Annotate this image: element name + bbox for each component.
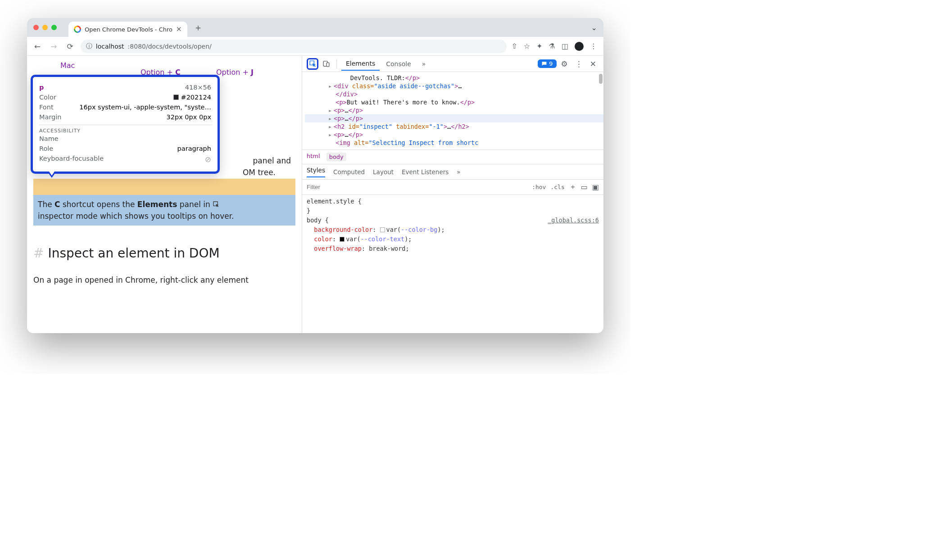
devtools-menu-icon[interactable]: ⋮	[572, 59, 585, 68]
tooltip-selector: p	[39, 84, 44, 91]
dom-line[interactable]: ▸<h2 id="inspect" tabindex="-1">…</h2>	[305, 122, 603, 131]
breadcrumb-body[interactable]: body	[326, 153, 346, 161]
site-info-icon[interactable]: ⓘ	[86, 42, 92, 50]
color-swatch-icon[interactable]	[340, 237, 345, 242]
svg-rect-1	[326, 63, 329, 67]
tooltip-dimensions: 418×56	[185, 84, 211, 91]
divider	[336, 59, 337, 69]
color-swatch-icon[interactable]	[380, 227, 385, 232]
message-icon	[541, 61, 547, 67]
tooltip-a11y-role-label: Role	[39, 145, 53, 152]
styles-filter-bar: :hov .cls ＋ ▭ ▣	[302, 180, 603, 195]
tooltip-divider	[39, 125, 211, 125]
sidepanel-icon[interactable]: ◫	[562, 42, 568, 50]
breadcrumb-html[interactable]: html	[307, 153, 320, 161]
settings-icon[interactable]: ⚙	[558, 59, 571, 68]
tooltip-color-value: #202124	[173, 94, 211, 101]
inspect-tooltip: p 418×56 Color #202124 Font 16px system-…	[31, 75, 220, 174]
issues-badge[interactable]: 9	[538, 59, 556, 68]
minimize-window-button[interactable]	[42, 25, 48, 30]
window-controls	[27, 25, 57, 30]
dom-line[interactable]: ▸<div class="aside aside--gotchas">…	[305, 82, 603, 90]
maximize-window-button[interactable]	[51, 25, 57, 30]
hov-toggle[interactable]: :hov	[532, 184, 546, 190]
devtools-tabs: Elements Console » 9 ⚙ ⋮ ✕	[302, 56, 603, 72]
tooltip-color-label: Color	[39, 94, 56, 101]
subtabs-more-icon[interactable]: »	[457, 168, 460, 176]
highlighted-paragraph[interactable]: The C shortcut opens the Elements panel …	[33, 195, 295, 226]
toolbar-right: ⇧ ☆ ✦ ⚗ ◫ ⋮	[511, 42, 599, 51]
css-line[interactable]: overflow-wrap: break-word;	[307, 244, 599, 253]
dom-line[interactable]: <p>But wait! There's more to know.</p>	[305, 98, 603, 106]
subtab-styles[interactable]: Styles	[307, 167, 325, 177]
url-host: localhost	[96, 43, 124, 50]
paint-icon[interactable]: ▭	[581, 183, 588, 191]
tooltip-margin-value: 32px 0px 0px	[167, 113, 211, 121]
tab-elements[interactable]: Elements	[341, 57, 380, 71]
scrollbar[interactable]	[599, 74, 603, 84]
profile-avatar[interactable]	[575, 42, 584, 51]
dom-line-selected[interactable]: ▸<p>…</p>	[305, 114, 603, 122]
dom-line[interactable]: DevTools. TLDR:</p>	[305, 74, 603, 82]
color-swatch-icon	[173, 95, 179, 100]
css-line[interactable]: body {_global.scss:6	[307, 216, 599, 225]
styles-filter-input[interactable]	[307, 184, 527, 190]
css-rules[interactable]: element.style { } body {_global.scss:6 b…	[302, 195, 603, 255]
extensions-icon[interactable]: ✦	[536, 42, 542, 50]
cls-toggle[interactable]: .cls	[550, 184, 564, 190]
source-link[interactable]: _global.scss:6	[548, 216, 599, 225]
reload-button[interactable]: ⟳	[64, 40, 76, 53]
tooltip-a11y-role-value: paragraph	[177, 145, 211, 152]
new-style-rule-icon[interactable]: ＋	[569, 182, 576, 192]
page-content: panel and OM tree. The C shortcut opens …	[33, 155, 295, 286]
address-bar[interactable]: ⓘ localhost:8080/docs/devtools/open/	[81, 40, 507, 53]
css-line[interactable]: color: var(--color-text);	[307, 235, 599, 244]
shortcut-j: Option + J	[216, 68, 254, 77]
browser-toolbar: ← → ⟳ ⓘ localhost:8080/docs/devtools/ope…	[27, 37, 603, 56]
close-tab-icon[interactable]: ✕	[176, 25, 182, 33]
computed-sidebar-icon[interactable]: ▣	[592, 183, 599, 191]
dom-breadcrumb[interactable]: html body	[302, 149, 603, 164]
titlebar: Open Chrome DevTools - Chro ✕ ＋ ⌄	[27, 18, 603, 37]
inspect-element-button[interactable]	[307, 58, 318, 70]
tooltip-arrow-icon	[47, 172, 56, 178]
tooltip-a11y-name-label: Name	[39, 135, 59, 142]
devtools-close-icon[interactable]: ✕	[587, 59, 599, 68]
dom-line[interactable]: <img alt="Selecting Inspect from shortc	[305, 139, 603, 147]
styles-subtabs: Styles Computed Layout Event Listeners »	[302, 164, 603, 180]
device-toolbar-button[interactable]	[320, 58, 332, 70]
url-path: :8080/docs/devtools/open/	[128, 43, 212, 50]
not-allowed-icon: ⊘	[205, 155, 211, 164]
css-line[interactable]: }	[307, 206, 599, 216]
tabs-more-icon[interactable]: »	[417, 58, 431, 70]
dom-tree[interactable]: DevTools. TLDR:</p> ▸<div class="aside a…	[302, 72, 603, 149]
chrome-menu-icon[interactable]: ⋮	[590, 42, 597, 50]
dom-line[interactable]: </div>	[305, 90, 603, 98]
share-icon[interactable]: ⇧	[511, 42, 517, 50]
css-line[interactable]: element.style {	[307, 197, 599, 206]
tab-console[interactable]: Console	[381, 58, 416, 70]
margin-highlight	[33, 179, 295, 195]
labs-icon[interactable]: ⚗	[549, 42, 555, 50]
new-tab-button[interactable]: ＋	[194, 22, 203, 34]
dom-line[interactable]: ▸<p>…</p>	[305, 106, 603, 114]
subtab-computed[interactable]: Computed	[333, 168, 365, 176]
devtools-panel: Elements Console » 9 ⚙ ⋮ ✕ DevTools. TLD…	[302, 56, 603, 333]
css-line[interactable]: background-color: var(--color-bg);	[307, 225, 599, 235]
bookmark-icon[interactable]: ☆	[524, 42, 530, 50]
dom-line[interactable]: ▸<p>…</p>	[305, 131, 603, 139]
page-viewport: Mac Option + C Option + J p 418×56 Color…	[27, 56, 302, 333]
subtab-layout[interactable]: Layout	[373, 168, 394, 176]
subtab-event-listeners[interactable]: Event Listeners	[402, 168, 449, 176]
browser-tab[interactable]: Open Chrome DevTools - Chro ✕	[68, 22, 187, 37]
forward-button[interactable]: →	[48, 40, 59, 53]
tooltip-a11y-header: ACCESSIBILITY	[39, 128, 211, 134]
page-heading: # Inspect an element in DOM	[33, 244, 295, 263]
tooltip-font-label: Font	[39, 104, 54, 111]
back-button[interactable]: ←	[32, 40, 43, 53]
tabs-dropdown-icon[interactable]: ⌄	[591, 23, 597, 32]
content-area: Mac Option + C Option + J p 418×56 Color…	[27, 56, 603, 333]
tooltip-margin-label: Margin	[39, 113, 62, 121]
close-window-button[interactable]	[33, 25, 39, 30]
page-paragraph: On a page in opened in Chrome, right-cli…	[33, 274, 295, 286]
